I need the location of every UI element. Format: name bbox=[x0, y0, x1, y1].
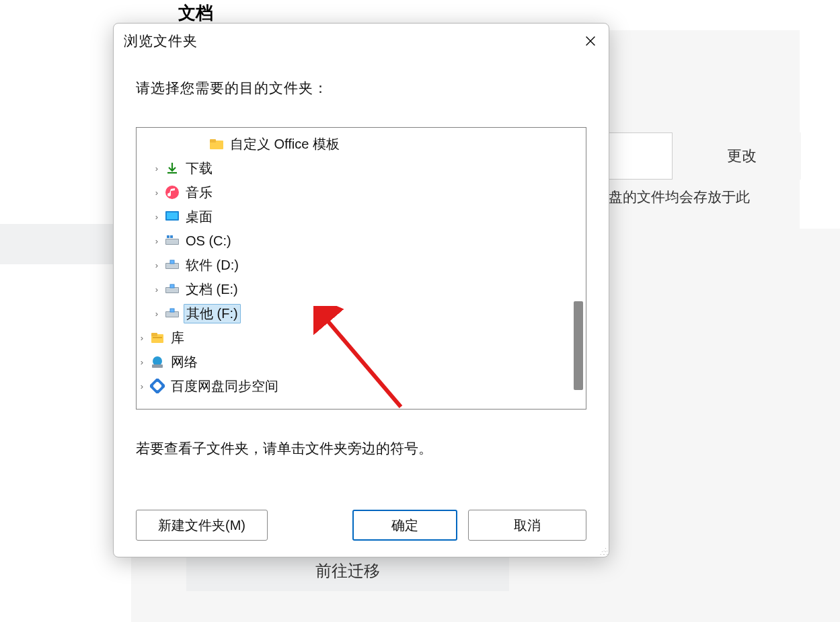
folder-tree[interactable]: 自定义 Office 模板›下载›音乐›桌面›OS (C:)›软件 (D:)›文… bbox=[136, 127, 586, 410]
tree-item-label: 网络 bbox=[169, 353, 200, 371]
ok-button-label: 确定 bbox=[391, 516, 418, 535]
dialog-prompt: 请选择您需要的目的文件夹： bbox=[136, 79, 586, 98]
browse-folder-dialog: 浏览文件夹 请选择您需要的目的文件夹： 自定义 Office 模板›下载›音乐›… bbox=[113, 23, 609, 557]
tree-item-label: 其他 (F:) bbox=[184, 304, 241, 323]
expand-arrow-icon[interactable]: › bbox=[137, 357, 147, 367]
tree-item-drive-e[interactable]: ›文档 (E:) bbox=[137, 277, 586, 301]
bg-hint-text: 盘的文件均会存放于此 bbox=[609, 188, 750, 206]
expand-arrow-icon[interactable]: › bbox=[137, 381, 147, 391]
expand-arrow-icon[interactable]: › bbox=[151, 212, 162, 222]
tree-item-label: OS (C:) bbox=[184, 233, 233, 249]
tree-item-drive-d[interactable]: ›软件 (D:) bbox=[137, 253, 586, 277]
resize-grip-icon[interactable]: ∴∴∴ bbox=[600, 549, 607, 555]
change-button[interactable]: 更改 bbox=[683, 132, 801, 180]
migrate-button-label: 前往迁移 bbox=[315, 560, 380, 582]
tree-item-drive-f[interactable]: ›其他 (F:) bbox=[137, 301, 586, 325]
bg-right-gap bbox=[800, 0, 840, 229]
dialog-hint: 若要查看子文件夹，请单击文件夹旁边的符号。 bbox=[136, 439, 586, 458]
expand-arrow-icon[interactable]: › bbox=[151, 284, 162, 295]
expand-arrow-icon[interactable]: › bbox=[151, 309, 162, 319]
tree-item-label: 软件 (D:) bbox=[184, 256, 241, 274]
tree-item-label: 文档 (E:) bbox=[184, 280, 240, 299]
new-folder-button-label: 新建文件夹(M) bbox=[158, 516, 245, 535]
close-button[interactable] bbox=[575, 28, 606, 54]
sync-icon bbox=[149, 379, 166, 393]
drive-icon bbox=[163, 306, 181, 321]
dialog-button-row: 新建文件夹(M) 确定 取消 bbox=[136, 495, 586, 543]
sidebar-active-item[interactable] bbox=[0, 224, 131, 264]
tree-item-network[interactable]: ›网络 bbox=[137, 350, 586, 374]
tree-item-downloads[interactable]: ›下载 bbox=[137, 156, 586, 180]
expand-arrow-icon[interactable]: › bbox=[151, 236, 162, 246]
drive-icon bbox=[163, 258, 181, 272]
spacer bbox=[278, 510, 342, 541]
monitor-icon bbox=[163, 209, 181, 224]
tree-item-music[interactable]: ›音乐 bbox=[137, 180, 586, 204]
tree-item-label: 下载 bbox=[184, 159, 215, 178]
tree-item-label: 桌面 bbox=[184, 208, 215, 226]
tree-item-libraries[interactable]: ›库 bbox=[137, 325, 586, 350]
lib-icon bbox=[149, 330, 166, 345]
expand-arrow-icon[interactable]: › bbox=[151, 260, 162, 270]
drive-icon bbox=[163, 282, 181, 297]
tree-item-label: 百度网盘同步空间 bbox=[169, 377, 280, 395]
drive-os-icon bbox=[163, 233, 181, 248]
download-icon bbox=[163, 161, 181, 176]
path-input-fragment[interactable] bbox=[609, 132, 673, 180]
cancel-button[interactable]: 取消 bbox=[468, 510, 586, 541]
ok-button[interactable]: 确定 bbox=[352, 510, 457, 541]
expand-arrow-icon[interactable]: › bbox=[151, 163, 162, 173]
folder-icon bbox=[208, 137, 225, 151]
scrollbar-thumb[interactable] bbox=[574, 301, 583, 390]
expand-arrow-icon[interactable]: › bbox=[151, 188, 162, 198]
tree-item-drive-c[interactable]: ›OS (C:) bbox=[137, 229, 586, 253]
expand-arrow-icon[interactable]: › bbox=[137, 333, 147, 343]
tree-item-baidu-sync[interactable]: ›百度网盘同步空间 bbox=[137, 374, 586, 398]
dialog-title: 浏览文件夹 bbox=[124, 32, 198, 50]
dialog-titlebar[interactable]: 浏览文件夹 bbox=[114, 24, 609, 59]
sidebar bbox=[0, 0, 131, 622]
tree-item-desktop[interactable]: ›桌面 bbox=[137, 204, 586, 229]
change-button-label: 更改 bbox=[727, 146, 757, 166]
close-icon bbox=[583, 34, 598, 48]
tree-item-label: 自定义 Office 模板 bbox=[228, 135, 342, 153]
page-title: 文档 bbox=[178, 1, 213, 25]
new-folder-button[interactable]: 新建文件夹(M) bbox=[136, 510, 268, 541]
tree-item-label: 库 bbox=[169, 329, 186, 347]
tree-item-office-templates[interactable]: 自定义 Office 模板 bbox=[137, 132, 586, 156]
cancel-button-label: 取消 bbox=[514, 516, 541, 535]
network-icon bbox=[149, 354, 166, 369]
music-icon bbox=[163, 185, 181, 200]
tree-item-label: 音乐 bbox=[184, 184, 215, 202]
